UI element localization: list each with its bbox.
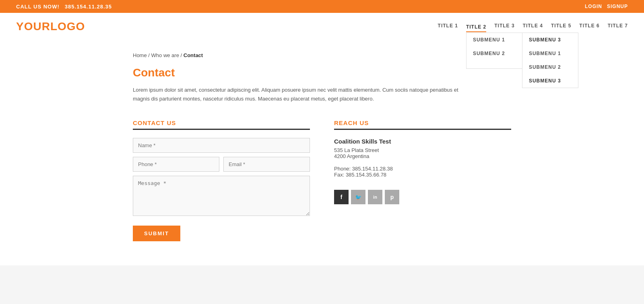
dropdown-menu: SUBMENU 1 SUBMENU 2 SUBMENU 3SUBMENU 1 S… [466,33,522,69]
breadcrumb: Home / Who we are / Contact [133,52,511,58]
phone-email-row [133,157,310,172]
nav-title-6[interactable]: TITLE 6 [579,23,599,30]
phone-line: Phone: 385.154.11.28.38 [334,166,511,172]
company-name: Coalition Skills Test [334,138,511,145]
header: YOURLOGO TITLE 1 TITLE 2 SUBMENU 1 SUBME… [0,13,644,40]
submenu-item-2[interactable]: SUBMENU 2 [522,60,578,74]
contact-us-section: CONTACT US SUBMIT [133,119,310,241]
message-input[interactable] [133,176,310,216]
two-col-layout: CONTACT US SUBMIT REACH US Coalition Ski… [133,119,511,241]
phone-number: 385.154.11.28.35 [65,4,112,10]
phone-input[interactable] [133,157,219,172]
submenu: SUBMENU 3SUBMENU 1 SUBMENU 2 SUBMENU 3 [522,33,578,88]
page-title: Contact [133,66,511,79]
contact-us-divider [133,129,310,130]
breadcrumb-current: Contact [184,52,203,58]
nav-title-7[interactable]: TITLE 7 [608,23,628,30]
main-content: Home / Who we are / Contact Contact Lore… [133,40,511,265]
top-bar-left: CALL US NOW! 385.154.11.28.35 [16,4,112,10]
call-label: CALL US NOW! [16,4,60,10]
contact-us-title: CONTACT US [133,119,310,126]
social-icons: f 🐦 in p [334,190,511,204]
nav-title-5[interactable]: TITLE 5 [551,23,571,30]
twitter-icon[interactable]: 🐦 [351,190,365,204]
page-description: Lorem ipsum dolor sit amet, consectetur … [133,86,463,103]
logo-dark: YOUR [16,20,50,33]
address-line-2: 4200 Argentina [334,153,511,159]
login-link[interactable]: LOGIN [585,4,602,9]
reach-us-divider [334,129,511,130]
phone-info: Phone: 385.154.11.28.38 Fax: 385.154.35.… [334,166,511,178]
submit-button[interactable]: SUBMIT [133,226,180,241]
email-input[interactable] [223,157,310,172]
reach-us-section: REACH US Coalition Skills Test 535 La Pl… [334,119,511,241]
reach-us-title: REACH US [334,119,511,126]
facebook-icon[interactable]: f [334,190,349,204]
fax-line: Fax: 385.154.35.66.78 [334,172,511,178]
nav-title-2-wrapper: TITLE 2 SUBMENU 1 SUBMENU 2 SUBMENU 3SUB… [466,23,486,30]
dropdown-item-1[interactable]: SUBMENU 1 [466,33,522,47]
main-nav: TITLE 1 TITLE 2 SUBMENU 1 SUBMENU 2 SUBM… [438,23,628,30]
breadcrumb-who-we-are[interactable]: Who we are [151,52,179,58]
pinterest-icon[interactable]: p [385,190,399,204]
dropdown-item-3[interactable]: SUBMENU 3 [522,33,578,47]
page-wrapper: Home / Who we are / Contact Contact Lore… [101,40,543,265]
linkedin-icon[interactable]: in [368,190,382,204]
nav-title-2[interactable]: TITLE 2 [466,24,486,32]
submenu-item-1[interactable]: SUBMENU 1 [522,47,578,60]
name-input[interactable] [133,138,310,153]
top-bar-right: LOGIN SIGNUP [585,4,628,9]
submenu-item-3[interactable]: SUBMENU 3 [522,74,578,88]
nav-title-1[interactable]: TITLE 1 [438,23,458,30]
logo-orange: LOGO [50,20,85,33]
signup-link[interactable]: SIGNUP [607,4,628,9]
nav-title-4[interactable]: TITLE 4 [523,23,543,30]
dropdown-item-2[interactable]: SUBMENU 2 [466,47,522,60]
breadcrumb-home[interactable]: Home [133,52,147,58]
top-bar: CALL US NOW! 385.154.11.28.35 LOGIN SIGN… [0,0,644,13]
address-line-1: 535 La Plata Street [334,147,511,153]
nav-title-3[interactable]: TITLE 3 [494,23,514,30]
dropdown-item-3[interactable] [466,60,522,68]
logo[interactable]: YOURLOGO [16,20,85,33]
